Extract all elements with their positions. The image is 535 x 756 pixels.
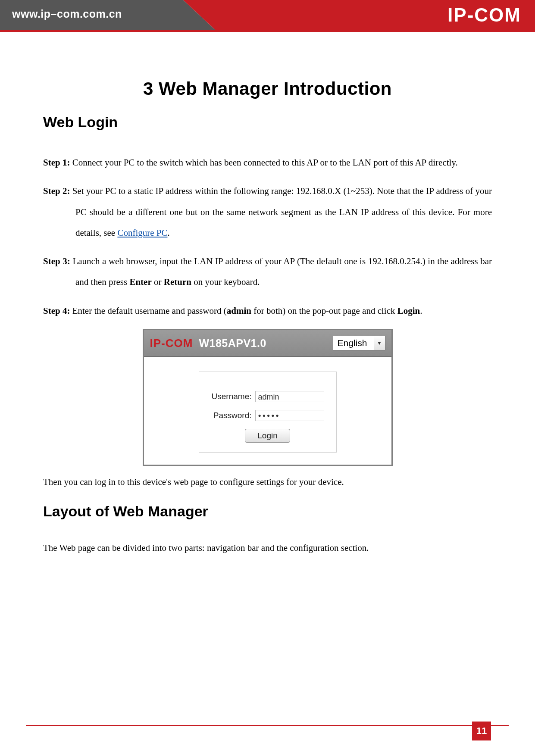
password-row: Password: ●●●●● xyxy=(209,410,327,421)
step-4-text-c: . xyxy=(420,306,422,316)
step-2: Step 2: Set your PC to a static IP addre… xyxy=(43,181,492,243)
login-brand-logo: IP-COM xyxy=(150,337,193,350)
step-4-text-a: Enter the default username and password … xyxy=(70,306,226,316)
step-4-label: Step 4: xyxy=(43,306,70,316)
language-select[interactable]: English ▼ xyxy=(333,336,385,350)
step-4-text-b: for both) on the pop-out page and click xyxy=(251,306,397,316)
username-label: Username: xyxy=(209,392,252,401)
section-title-web-login: Web Login xyxy=(43,114,492,131)
footer-divider xyxy=(26,725,509,726)
header-divider xyxy=(0,30,535,32)
step-3-label: Step 3: xyxy=(43,256,70,266)
login-header-bar: IP-COM W185APV1.0 English ▼ xyxy=(144,330,391,357)
layout-text: The Web page can be divided into two par… xyxy=(43,540,492,557)
page-header: www.ip–com.com.cn IP-COM xyxy=(0,0,535,30)
password-input[interactable]: ●●●●● xyxy=(255,410,324,421)
login-form: Username: admin Password: ●●●●● Login xyxy=(199,372,337,453)
step-1: Step 1: Connect your PC to the switch wh… xyxy=(43,152,492,173)
brand-logo: IP-COM xyxy=(447,4,521,26)
step-3-enter: Enter xyxy=(129,277,151,287)
post-login-text: Then you can log in to this device's web… xyxy=(43,474,492,491)
section-title-layout: Layout of Web Manager xyxy=(43,503,492,520)
step-1-label: Step 1: xyxy=(43,157,70,168)
login-model-text: W185APV1.0 xyxy=(199,337,266,350)
login-screenshot: IP-COM W185APV1.0 English ▼ Username: ad… xyxy=(143,329,393,466)
username-row: Username: admin xyxy=(209,391,327,402)
chapter-title: 3 Web Manager Introduction xyxy=(43,78,492,99)
step-1-text: Connect your PC to the switch which has … xyxy=(70,157,457,168)
page-content: 3 Web Manager Introduction Web Login Ste… xyxy=(0,30,535,557)
username-input[interactable]: admin xyxy=(255,391,324,402)
configure-pc-link[interactable]: Configure PC xyxy=(117,228,167,238)
login-button[interactable]: Login xyxy=(245,429,290,443)
step-3-text-b: on your keyboard. xyxy=(191,277,260,287)
step-2-label: Step 2: xyxy=(43,186,70,196)
password-label: Password: xyxy=(209,411,252,420)
step-3-return: Return xyxy=(164,277,191,287)
step-4: Step 4: Enter the default username and p… xyxy=(43,300,492,321)
header-url: www.ip–com.com.cn xyxy=(12,8,122,20)
login-body: Username: admin Password: ●●●●● Login xyxy=(144,357,391,465)
step-3-mid: or xyxy=(152,277,164,287)
step-2-text-b: . xyxy=(167,228,169,238)
step-3: Step 3: Launch a web browser, input the … xyxy=(43,251,492,293)
step-4-admin: admin xyxy=(227,306,251,316)
step-4-login: Login xyxy=(397,306,420,316)
page-number: 11 xyxy=(472,722,491,740)
brand-logo-text: IP-COM xyxy=(447,4,521,26)
chevron-down-icon[interactable]: ▼ xyxy=(374,336,385,350)
language-value: English xyxy=(333,336,374,350)
